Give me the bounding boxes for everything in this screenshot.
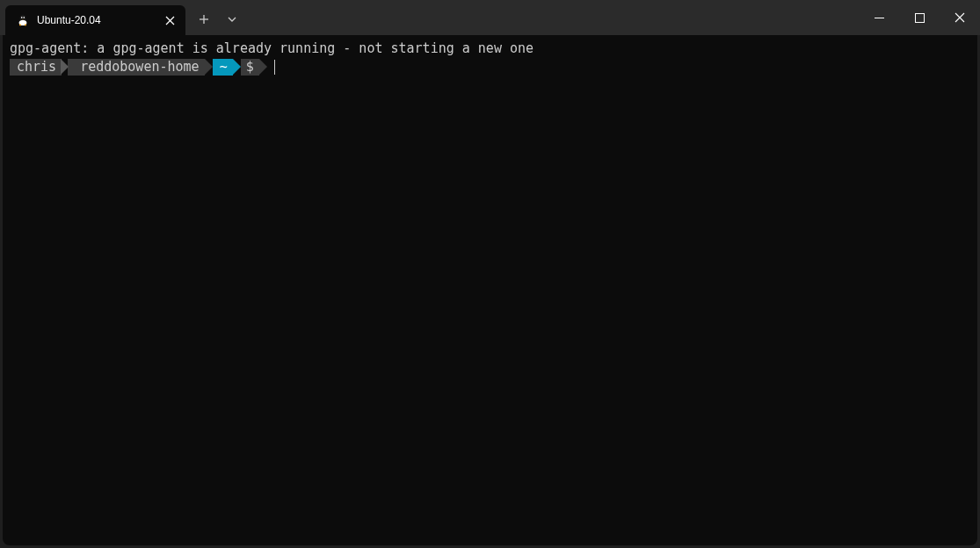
titlebar: Ubuntu-20.04 [0,0,980,35]
window-controls [859,0,980,35]
tab-title: Ubuntu-20.04 [37,14,156,26]
svg-point-2 [20,20,25,24]
prompt-dir: ~ [220,59,228,76]
segment-arrow-icon [233,59,241,75]
prompt-symbol: $ [246,59,254,76]
close-button[interactable] [940,0,980,35]
prompt-host-segment: reddobowen-home [68,59,204,76]
prompt-line: chris reddobowen-home ~ $ [10,59,970,76]
prompt-symbol-segment: $ [241,59,259,76]
terminal-body[interactable]: gpg-agent: a gpg-agent is already runnin… [3,35,977,545]
prompt-host: reddobowen-home [80,59,199,76]
new-tab-icon[interactable] [196,11,212,27]
svg-rect-12 [915,13,924,22]
prompt-dir-segment: ~ [213,59,233,76]
svg-point-5 [22,18,23,18]
dropdown-icon[interactable] [224,11,240,27]
prompt-user-segment: chris [10,59,62,76]
close-tab-icon[interactable] [163,13,177,27]
minimize-button[interactable] [859,0,899,35]
tab-ubuntu[interactable]: Ubuntu-20.04 [5,5,185,35]
segment-arrow-icon [205,59,213,75]
svg-point-6 [24,18,25,18]
maximize-button[interactable] [899,0,940,35]
tux-icon [16,13,30,27]
output-line: gpg-agent: a gpg-agent is already runnin… [10,40,970,57]
segment-arrow-icon [259,59,267,75]
cursor [274,60,276,75]
segment-separator-icon [61,59,69,75]
prompt-user: chris [17,59,56,76]
tab-actions [196,11,240,27]
